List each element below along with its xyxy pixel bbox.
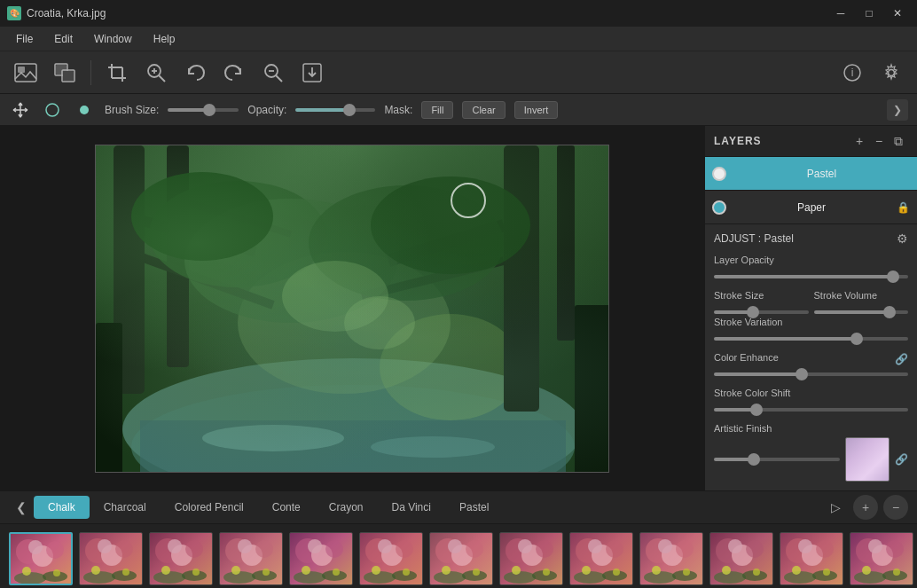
style-scroll-left-button[interactable]: ❮ [9, 495, 34, 520]
toolbar-divider-1 [90, 60, 91, 85]
brush-size-slider[interactable] [168, 108, 239, 112]
toolbar-expand-button[interactable]: ❯ [887, 99, 908, 121]
thumbnail-item-11[interactable]: Chalk 11 [708, 532, 774, 589]
add-layer-button[interactable]: + [850, 131, 869, 151]
color-enhance-link-icon[interactable]: 🔗 [895, 353, 908, 365]
move-tool-icon[interactable] [9, 98, 32, 122]
close-button[interactable]: ✕ [885, 4, 910, 22]
artistic-finish-slider[interactable] [714, 458, 840, 461]
minimize-button[interactable]: ─ [828, 4, 853, 22]
svg-point-133 [728, 539, 742, 553]
thumbnail-item-12[interactable]: Chalk 12 [778, 532, 844, 589]
duplicate-layer-button[interactable]: ⧉ [889, 131, 908, 151]
style-tab-conte[interactable]: Conte [258, 496, 315, 519]
svg-point-62 [83, 571, 115, 584]
artistic-finish-link-icon[interactable]: 🔗 [895, 453, 908, 466]
export-button[interactable] [295, 56, 329, 90]
menu-help[interactable]: Help [145, 29, 184, 49]
adjust-settings-icon[interactable]: ⚙ [897, 231, 908, 246]
thumbnail-item-6[interactable]: Chalk 06 [357, 532, 424, 589]
stroke-size-slider[interactable] [714, 310, 809, 314]
secondary-toolbar: Brush Size: Opacity: Mask: Fill Clear In… [0, 94, 917, 126]
thumbnail-item-4[interactable]: Chalk 04 [217, 532, 284, 589]
thumbnail-item-3[interactable]: Chalk 03 [147, 532, 214, 589]
thumbnail-item-8[interactable]: Chalk 08 [498, 532, 564, 589]
paint-icon [73, 98, 96, 122]
thumbnail-item-7[interactable]: Chalk 07 [427, 532, 494, 589]
svg-point-125 [658, 539, 672, 553]
style-tab-da-vinci[interactable]: Da Vinci [377, 496, 444, 519]
artistic-finish-preview[interactable] [845, 437, 890, 482]
svg-point-80 [231, 566, 240, 575]
style-tab-colored-pencil[interactable]: Colored Pencil [161, 496, 258, 519]
adjust-panel: ADJUST : Pastel ⚙ Layer Opacity Stroke S… [705, 224, 917, 490]
svg-point-101 [448, 539, 462, 553]
stroke-color-shift-row: Stroke Color Shift [714, 388, 908, 414]
color-enhance-slider[interactable] [714, 372, 908, 376]
thumbnail-item-1[interactable]: Chalk 01 [7, 532, 74, 589]
stroke-color-shift-slider[interactable] [714, 408, 908, 412]
layer-visibility-paper[interactable] [712, 200, 726, 215]
redo-button[interactable] [217, 56, 251, 90]
zoom-in-button[interactable] [139, 56, 173, 90]
remove-style-button[interactable]: − [883, 495, 908, 520]
fill-button[interactable]: Fill [421, 101, 453, 119]
stroke-volume-slider[interactable] [814, 310, 909, 314]
svg-point-97 [403, 568, 410, 576]
svg-rect-0 [15, 64, 36, 82]
svg-point-153 [893, 568, 900, 576]
layer-paper[interactable]: Paper 🔒 [705, 191, 917, 224]
svg-point-149 [868, 539, 882, 553]
svg-point-72 [161, 566, 170, 575]
svg-point-102 [434, 571, 466, 584]
svg-point-61 [98, 539, 112, 553]
layer-opacity-slider[interactable] [714, 275, 908, 278]
layer-visibility-pastel[interactable] [712, 167, 726, 181]
right-panel: LAYERS + − ⧉ Pastel Paper 🔒 ADJUST : Pas… [704, 126, 917, 490]
thumbnail-item-13[interactable]: Chalk 13 [848, 532, 914, 589]
layer-pastel[interactable]: Pastel [705, 157, 917, 191]
style-tab-charcoal[interactable]: Charcoal [90, 496, 161, 519]
svg-point-104 [442, 566, 451, 575]
invert-button[interactable]: Invert [514, 101, 559, 119]
layer-name-pastel: Pastel [733, 168, 910, 180]
canvas-image[interactable] [95, 145, 609, 473]
svg-point-132 [746, 540, 764, 558]
svg-line-15 [276, 75, 282, 82]
svg-point-70 [153, 571, 185, 584]
style-tab-chalk[interactable]: Chalk [34, 496, 90, 519]
thumbnail-item-9[interactable]: Chalk 09 [568, 532, 634, 589]
menu-window[interactable]: Window [85, 29, 141, 49]
stroke-variation-row: Stroke Variation [714, 317, 908, 343]
svg-point-64 [91, 566, 100, 575]
thumbnail-item-2[interactable]: Chalk 02 [77, 532, 144, 589]
menu-file[interactable]: File [7, 29, 42, 49]
opacity-slider[interactable] [295, 108, 375, 112]
zoom-out-button[interactable] [256, 56, 290, 90]
svg-point-117 [588, 539, 602, 553]
painting-overlay [96, 145, 608, 472]
undo-button[interactable] [178, 56, 212, 90]
clone-tool-button[interactable] [48, 56, 82, 90]
crop-tool-button[interactable] [100, 56, 134, 90]
svg-point-96 [372, 566, 380, 575]
settings-button[interactable] [874, 56, 908, 90]
clear-button[interactable]: Clear [462, 101, 505, 119]
layers-title: LAYERS [714, 135, 850, 147]
maximize-button[interactable]: □ [857, 4, 882, 22]
play-button[interactable]: ▷ [823, 495, 848, 520]
style-tab-pastel[interactable]: Pastel [445, 496, 503, 519]
canvas-area[interactable] [0, 126, 704, 490]
thumbnail-item-5[interactable]: Chalk 05 [287, 532, 354, 589]
info-button[interactable]: i [835, 56, 869, 90]
add-style-button[interactable]: + [853, 495, 878, 520]
svg-point-120 [582, 566, 591, 575]
svg-point-68 [185, 540, 203, 558]
thumbnail-item-10[interactable]: Chalk 10 [638, 532, 704, 589]
stroke-variation-slider[interactable] [714, 337, 908, 341]
svg-point-93 [378, 539, 392, 553]
remove-layer-button[interactable]: − [869, 131, 889, 151]
menu-edit[interactable]: Edit [45, 29, 82, 49]
image-tool-button[interactable] [9, 56, 43, 90]
style-tab-crayon[interactable]: Crayon [315, 496, 378, 519]
